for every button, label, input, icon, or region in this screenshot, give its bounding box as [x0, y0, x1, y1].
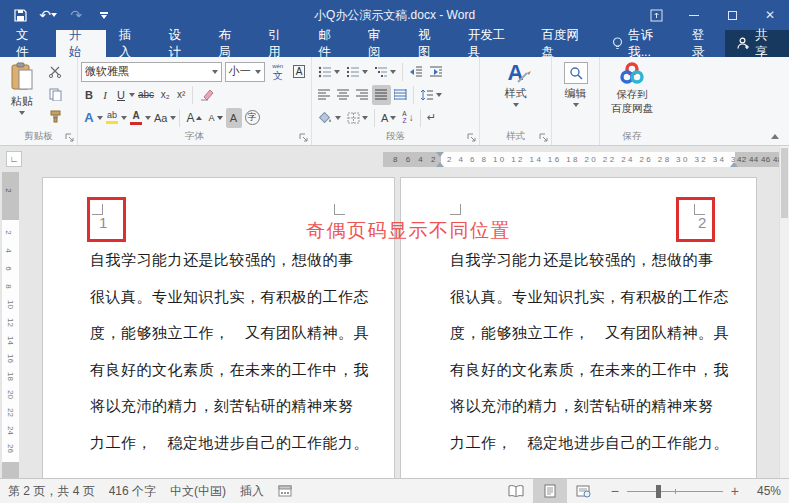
align-right-button[interactable] [353, 85, 372, 105]
underline-button[interactable]: U [113, 85, 129, 105]
language-indicator[interactable]: 中文(中国) [170, 483, 226, 500]
macro-record-button[interactable] [278, 485, 292, 497]
close-button[interactable]: ✕ [751, 0, 789, 30]
paragraph-dialog-launcher[interactable] [467, 133, 477, 143]
insert-mode-indicator[interactable]: 插入 [240, 483, 264, 500]
character-border-button[interactable]: A [286, 62, 308, 82]
decrease-indent-button[interactable] [406, 62, 426, 82]
zoom-out-button[interactable]: − [611, 483, 619, 499]
align-right-icon [356, 89, 369, 100]
change-case-button[interactable]: Aa [151, 108, 170, 128]
change-case-dropdown-icon[interactable] [170, 116, 176, 120]
ribbon-display-options-button[interactable] [637, 0, 675, 30]
text-effects-button[interactable]: A [81, 108, 97, 128]
web-layout-button[interactable] [567, 479, 601, 503]
undo-dropdown-icon[interactable] [51, 13, 57, 17]
tab-file[interactable]: 文件 [0, 30, 56, 57]
superscript-button[interactable]: x² [173, 85, 189, 105]
tab-design[interactable]: 设计 [156, 30, 206, 57]
clipboard-mini-buttons [45, 60, 65, 129]
italic-button[interactable]: I [97, 85, 113, 105]
save-to-baidu-button[interactable]: 保存到 百度网盘 [603, 60, 661, 116]
character-shading-button[interactable]: A [226, 108, 242, 128]
shrink-font-button[interactable]: A [205, 108, 225, 128]
font-color-icon: A [130, 111, 142, 125]
tab-home[interactable]: 开始 [56, 30, 106, 57]
subscript-button[interactable]: x₂ [157, 85, 173, 105]
line-spacing-button[interactable] [417, 85, 445, 105]
zoom-slider[interactable] [627, 491, 723, 492]
styles-button[interactable]: A 样式 [483, 60, 548, 109]
maximize-button[interactable] [713, 0, 751, 30]
enclose-characters-button[interactable]: 字 [242, 108, 263, 128]
highlight-color-button[interactable]: ab [103, 108, 121, 128]
word-count[interactable]: 416 个字 [109, 483, 156, 500]
multilevel-list-button[interactable] [371, 62, 399, 82]
borders-button[interactable] [344, 108, 371, 128]
tell-me-button[interactable]: 告诉我... [602, 30, 682, 57]
styles-dialog-launcher[interactable] [539, 133, 549, 143]
phonetic-guide-button[interactable]: wén 文 [269, 62, 286, 82]
vertical-ruler[interactable]: 2 2 4 6 8 10 12 14 16 18 20 22 24 26 [2, 172, 19, 478]
zoom-percentage[interactable]: 45% [745, 484, 781, 498]
tab-developer[interactable]: 开发工具 [455, 30, 529, 57]
save-button[interactable] [8, 3, 32, 27]
font-dialog-launcher[interactable] [299, 133, 309, 143]
zoom-slider-thumb[interactable] [656, 485, 661, 498]
copy-button[interactable] [45, 84, 65, 104]
bullets-button[interactable] [315, 62, 343, 82]
clipboard-dialog-launcher[interactable] [65, 133, 75, 143]
horizontal-ruler[interactable]: 8 6 4 2 2 4 6 8 10 12 14 16 18 20 22 24 … [383, 152, 779, 167]
editing-button[interactable]: 编辑 [555, 60, 596, 109]
read-mode-button[interactable] [499, 479, 533, 503]
right-indent-marker[interactable] [730, 162, 738, 167]
tab-insert[interactable]: 插入 [106, 30, 156, 57]
increase-indent-button[interactable] [426, 62, 446, 82]
redo-button[interactable]: ↷ [64, 3, 88, 27]
tab-references[interactable]: 引用 [255, 30, 305, 57]
font-color-button[interactable]: A [127, 108, 145, 128]
collapse-ribbon-icon[interactable] [771, 134, 779, 139]
tab-view[interactable]: 视图 [405, 30, 455, 57]
page-1-body[interactable]: 自我学习能力还是比较强的，想做的事 很认真。专业知识扎实，有积极的工作态 度，能… [90, 242, 364, 461]
sign-in-button[interactable]: 登录 [682, 30, 725, 57]
hanging-indent-marker[interactable] [436, 162, 444, 167]
tab-review[interactable]: 审阅 [355, 30, 405, 57]
numbering-button[interactable] [343, 62, 371, 82]
page-indicator[interactable]: 第 2 页，共 4 页 [8, 483, 95, 500]
strikethrough-button[interactable]: abc [135, 85, 157, 105]
vertical-scrollbar[interactable] [779, 146, 789, 478]
zoom-in-button[interactable]: + [731, 483, 739, 499]
tab-baidu-netdisk[interactable]: 百度网盘 [528, 30, 602, 57]
sort-button[interactable]: A Z ↓ [399, 108, 416, 128]
tab-mailings[interactable]: 邮件 [305, 30, 355, 57]
paste-button[interactable]: 粘贴 [3, 60, 41, 129]
first-line-indent-marker[interactable] [436, 152, 444, 157]
font-name-combo[interactable]: 微软雅黑 [81, 62, 222, 82]
undo-button[interactable]: ↶ [36, 3, 60, 27]
distribute-button[interactable] [391, 85, 410, 105]
justify-button[interactable] [372, 85, 391, 105]
cut-button[interactable] [45, 62, 65, 82]
print-layout-button[interactable] [533, 479, 567, 503]
customize-qat-button[interactable] [92, 3, 116, 27]
minimize-button[interactable] [675, 0, 713, 30]
font-size-combo[interactable]: 小一 [225, 62, 266, 82]
group-save: 保存到 百度网盘 保存 [600, 57, 664, 145]
page-2-body[interactable]: 自我学习能力还是比较强的，想做的事 很认真。专业知识扎实，有积极的工作态 度，能… [450, 242, 724, 461]
align-center-button[interactable] [334, 85, 353, 105]
scrollbar-thumb[interactable] [781, 148, 788, 218]
format-painter-button[interactable] [45, 106, 65, 126]
tab-selector-button[interactable]: ∟ [6, 151, 22, 167]
grow-font-button[interactable]: A [183, 108, 205, 128]
share-button[interactable]: 共享 [725, 30, 789, 57]
asian-layout-button[interactable]: A [378, 108, 399, 128]
shading-button[interactable] [315, 108, 344, 128]
align-left-button[interactable] [315, 85, 334, 105]
tab-layout[interactable]: 布局 [205, 30, 255, 57]
page-2-number-highlight-box [676, 197, 715, 242]
clear-formatting-button[interactable] [196, 85, 217, 105]
show-marks-button[interactable]: ↵ [424, 108, 440, 128]
bold-button[interactable]: B [81, 85, 97, 105]
styles-dropdown-icon [513, 103, 519, 107]
